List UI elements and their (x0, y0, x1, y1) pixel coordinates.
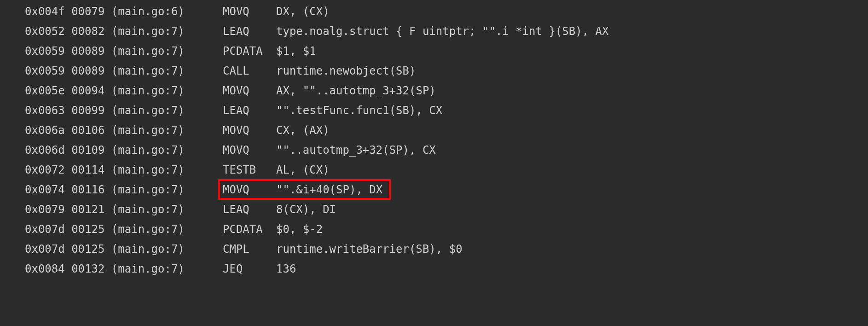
address-col: 0x006d 00109 (main.go:7) (25, 140, 223, 160)
operands: $0, $-2 (276, 220, 323, 239)
asm-row[interactable]: 0x005e 00094 (main.go:7)MOVQAX, ""..auto… (25, 81, 868, 101)
address-col: 0x007d 00125 (main.go:7) (25, 220, 223, 239)
asm-row[interactable]: 0x0084 00132 (main.go:7)JEQ136 (25, 259, 868, 279)
asm-row[interactable]: 0x007d 00125 (main.go:7)PCDATA$0, $-2 (25, 220, 868, 239)
assembly-listing: 0x004f 00079 (main.go:6)MOVQDX, (CX)0x00… (0, 0, 868, 279)
address-col: 0x0052 00082 (main.go:7) (25, 22, 223, 41)
operands: "".&i+40(SP), DX (276, 180, 382, 200)
mnemonic: LEAQ (223, 101, 276, 121)
operands: "".testFunc.func1(SB), CX (276, 101, 442, 121)
mnemonic: PCDATA (223, 220, 276, 239)
address-col: 0x0059 00089 (main.go:7) (25, 61, 223, 81)
mnemonic: TESTB (223, 160, 276, 180)
operands: 136 (276, 259, 296, 279)
address-col: 0x007d 00125 (main.go:7) (25, 239, 223, 259)
mnemonic: MOVQ (223, 140, 276, 160)
operands: 8(CX), DI (276, 200, 336, 220)
asm-row[interactable]: 0x0059 00089 (main.go:7)PCDATA$1, $1 (25, 41, 868, 61)
asm-row[interactable]: 0x004f 00079 (main.go:6)MOVQDX, (CX) (25, 2, 868, 22)
mnemonic: LEAQ (223, 22, 276, 41)
operands: runtime.writeBarrier(SB), $0 (276, 239, 463, 259)
asm-row[interactable]: 0x0059 00089 (main.go:7)CALLruntime.newo… (25, 61, 868, 81)
mnemonic: JEQ (223, 259, 276, 279)
address-col: 0x0074 00116 (main.go:7) (25, 180, 223, 200)
address-col: 0x0079 00121 (main.go:7) (25, 200, 223, 220)
operands: ""..autotmp_3+32(SP), CX (276, 140, 436, 160)
operands: type.noalg.struct { F uintptr; "".i *int… (276, 22, 608, 41)
asm-row[interactable]: 0x007d 00125 (main.go:7)CMPLruntime.writ… (25, 239, 868, 259)
operands: $1, $1 (276, 41, 316, 61)
mnemonic: MOVQ (223, 180, 276, 200)
mnemonic: MOVQ (223, 2, 276, 22)
mnemonic: PCDATA (223, 41, 276, 61)
mnemonic: MOVQ (223, 81, 276, 101)
mnemonic: LEAQ (223, 200, 276, 220)
asm-row[interactable]: 0x0052 00082 (main.go:7)LEAQtype.noalg.s… (25, 22, 868, 41)
mnemonic: MOVQ (223, 121, 276, 140)
mnemonic: CALL (223, 61, 276, 81)
operands: DX, (CX) (276, 2, 330, 22)
address-col: 0x0084 00132 (main.go:7) (25, 259, 223, 279)
address-col: 0x005e 00094 (main.go:7) (25, 81, 223, 101)
asm-row[interactable]: 0x0072 00114 (main.go:7)TESTBAL, (CX) (25, 160, 868, 180)
address-col: 0x0059 00089 (main.go:7) (25, 41, 223, 61)
operands: runtime.newobject(SB) (276, 61, 416, 81)
asm-row[interactable]: 0x0079 00121 (main.go:7)LEAQ8(CX), DI (25, 200, 868, 220)
operands: AX, ""..autotmp_3+32(SP) (276, 81, 436, 101)
address-col: 0x0072 00114 (main.go:7) (25, 160, 223, 180)
asm-row[interactable]: 0x006d 00109 (main.go:7)MOVQ""..autotmp_… (25, 140, 868, 160)
asm-row[interactable]: 0x0063 00099 (main.go:7)LEAQ"".testFunc.… (25, 101, 868, 121)
mnemonic: CMPL (223, 239, 276, 259)
address-col: 0x006a 00106 (main.go:7) (25, 121, 223, 140)
address-col: 0x004f 00079 (main.go:6) (25, 2, 223, 22)
asm-row-highlighted[interactable]: 0x0074 00116 (main.go:7)MOVQ"".&i+40(SP)… (25, 180, 868, 200)
operands: CX, (AX) (276, 121, 330, 140)
asm-row[interactable]: 0x006a 00106 (main.go:7)MOVQCX, (AX) (25, 121, 868, 140)
operands: AL, (CX) (276, 160, 330, 180)
address-col: 0x0063 00099 (main.go:7) (25, 101, 223, 121)
